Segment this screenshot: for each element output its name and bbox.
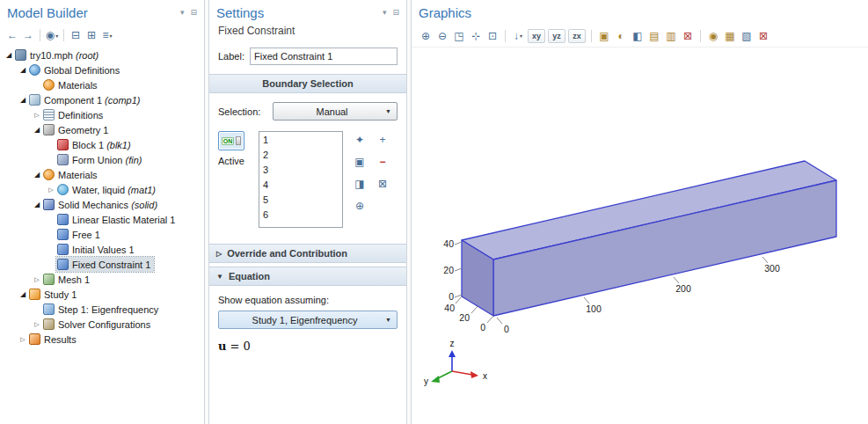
print-image-button[interactable]: ▤	[647, 28, 661, 44]
zoom-extents-button[interactable]: ⊹	[469, 28, 483, 44]
transparency-button[interactable]: ◧	[631, 28, 645, 44]
panel-menu-icon[interactable]: ▾	[180, 8, 185, 17]
copy-selection-button[interactable]: ▣	[352, 155, 368, 169]
tree-node-initial-values-1[interactable]: Initial Values 1	[0, 242, 204, 257]
tree-node-content[interactable]: Study 1	[28, 287, 80, 302]
tree-node-form-union[interactable]: Form Union (fin)	[0, 152, 204, 167]
create-selection-button[interactable]: ✦	[352, 133, 368, 147]
add-to-selection-button[interactable]: +	[375, 133, 390, 147]
tree-node-global-definitions[interactable]: ◢Global Definitions	[0, 62, 204, 77]
tree-expander-icon[interactable]: ▷	[32, 112, 42, 119]
tree-node-content[interactable]: Definitions	[42, 107, 106, 122]
scene-light-button[interactable]: ◐	[614, 28, 628, 44]
back-button[interactable]: ←	[5, 27, 19, 43]
tree-node-definitions[interactable]: ▷Definitions	[0, 107, 204, 122]
tree-expander-icon[interactable]: ◢	[32, 201, 42, 208]
tree-expander-icon[interactable]: ◢	[4, 51, 14, 59]
tree-node-solid-mechanics[interactable]: ◢Solid Mechanics (solid)	[0, 197, 204, 212]
tree-node-solver-configurations[interactable]: ▷Solver Configurations	[0, 317, 204, 332]
tree-node-content[interactable]: Component 1 (comp1)	[28, 92, 143, 107]
show-button[interactable]: ◉▾	[45, 27, 59, 43]
tree-node-linear-elastic-material-1[interactable]: Linear Elastic Material 1	[0, 212, 204, 227]
tree-node-content[interactable]: Step 1: Eigenfrequency	[42, 302, 162, 317]
tree-expander-icon[interactable]: ▷	[32, 276, 42, 283]
3d-scene[interactable]: 40 20 0 40 20 0 0	[412, 48, 868, 423]
tree-expander-icon[interactable]: ▷	[46, 186, 56, 194]
tree-node-content[interactable]: try10.mph (root)	[14, 48, 102, 62]
boundary-list-item[interactable]: 5	[259, 193, 342, 208]
tree-node-content[interactable]: Results	[28, 332, 80, 347]
zoom-selected-button[interactable]: ⊡	[485, 28, 500, 44]
tree-expander-icon[interactable]: ▷	[18, 336, 28, 343]
tree-node-block-1[interactable]: Block 1 (blk1)	[0, 137, 204, 152]
tree-node-content[interactable]: Materials	[42, 77, 101, 92]
tree-node-content[interactable]: Geometry 1	[42, 122, 112, 137]
tree-expander-icon[interactable]: ◢	[18, 66, 28, 74]
tree-node-step-1-eigenfrequency[interactable]: Step 1: Eigenfrequency	[0, 302, 204, 317]
view-yz-button[interactable]: yz	[548, 29, 565, 43]
boundary-list-item[interactable]: 6	[259, 208, 342, 223]
selection-dropdown[interactable]: Manual ▼	[273, 102, 398, 121]
tree-node-content[interactable]: Materials	[42, 167, 101, 182]
panel-float-icon[interactable]: ⊟	[392, 8, 399, 17]
tree-node-content[interactable]: Fixed Constraint 1	[56, 257, 154, 272]
zoom-to-selection-button[interactable]: ⊕	[352, 199, 368, 213]
tree-node-content[interactable]: Linear Elastic Material 1	[56, 212, 179, 227]
override-section-header[interactable]: ▷ Override and Contribution	[209, 244, 406, 263]
tree-node-component-1[interactable]: ◢Component 1 (comp1)	[0, 92, 204, 107]
beam-geometry[interactable]	[462, 161, 836, 316]
boundary-list-item[interactable]: 4	[259, 178, 342, 193]
boundary-list-item[interactable]: 3	[259, 163, 342, 178]
tree-expander-icon[interactable]: ▷	[32, 321, 42, 328]
tree-expander-icon[interactable]: ◢	[18, 96, 28, 104]
tree-expander-icon[interactable]: ◢	[32, 126, 42, 134]
tree-node-content[interactable]: Block 1 (blk1)	[56, 137, 135, 152]
model-tree-node-text-button[interactable]: ≡▾	[100, 27, 114, 43]
expand-all-button[interactable]: ⊞	[84, 27, 98, 43]
tree-node-materials-global[interactable]: Materials	[0, 77, 204, 92]
tree-node-fixed-constraint-1[interactable]: Fixed Constraint 1	[0, 257, 204, 272]
go-to-default-view-button[interactable]: ↓▾	[511, 28, 525, 44]
zoom-box-button[interactable]: ◳	[452, 28, 466, 44]
tree-node-geometry-1[interactable]: ◢Geometry 1	[0, 122, 204, 137]
export-image-button[interactable]: ▥	[664, 28, 678, 44]
equation-section-header[interactable]: ▼ Equation	[209, 267, 406, 286]
study-dropdown[interactable]: Study 1, Eigenfrequency ▼	[218, 311, 398, 329]
boundary-list-item[interactable]: 2	[259, 148, 342, 163]
tree-node-content[interactable]: Global Definitions	[28, 62, 123, 77]
reset-selection-button[interactable]: ⊠	[756, 28, 770, 44]
tree-node-content[interactable]: Form Union (fin)	[56, 152, 145, 167]
remove-from-selection-button[interactable]: −	[375, 155, 390, 169]
tree-node-content[interactable]: Solid Mechanics (solid)	[42, 197, 161, 212]
panel-float-icon[interactable]: ⊟	[190, 8, 197, 17]
select-entities-button[interactable]: ▧	[740, 28, 754, 44]
label-input[interactable]	[250, 48, 398, 65]
clear-plot-button[interactable]: ⊠	[681, 28, 695, 44]
tree-node-mesh-1[interactable]: ▷Mesh 1	[0, 272, 204, 287]
tree-node-content[interactable]: Free 1	[56, 227, 104, 242]
tree-node-content[interactable]: Solver Configurations	[42, 317, 154, 332]
copy-image-button[interactable]: ▣	[597, 28, 611, 44]
forward-button[interactable]: →	[21, 27, 35, 43]
panel-menu-icon[interactable]: ▾	[383, 8, 387, 17]
graphics-canvas[interactable]: 40 20 0 40 20 0 0	[412, 48, 868, 424]
view-xy-button[interactable]: xy	[528, 29, 545, 43]
zoom-out-button[interactable]: ⊖	[435, 28, 449, 44]
tree-node-content[interactable]: Water, liquid (mat1)	[56, 182, 159, 197]
tree-node-root[interactable]: ◢try10.mph (root)	[0, 48, 204, 62]
tree-expander-icon[interactable]: ◢	[32, 171, 42, 179]
snapshot-button[interactable]: ◉	[706, 28, 720, 44]
tree-node-content[interactable]: Mesh 1	[42, 272, 93, 287]
tree-expander-icon[interactable]: ◢	[18, 290, 28, 298]
clear-selection-button[interactable]: ⊠	[375, 177, 390, 191]
tree-node-water-liquid[interactable]: ▷Water, liquid (mat1)	[0, 182, 204, 197]
boundary-selection-list[interactable]: 123456	[259, 131, 343, 228]
tree-node-materials[interactable]: ◢Materials	[0, 167, 204, 182]
tree-node-study-1[interactable]: ◢Study 1	[0, 287, 204, 302]
record-button[interactable]: ▦	[723, 28, 737, 44]
tree-node-results[interactable]: ▷Results	[0, 332, 204, 347]
zoom-in-button[interactable]: ⊕	[419, 28, 433, 44]
tree-node-free-1[interactable]: Free 1	[0, 227, 204, 242]
boundary-list-item[interactable]: 1	[259, 133, 342, 148]
active-toggle-button[interactable]: ON	[218, 131, 244, 150]
